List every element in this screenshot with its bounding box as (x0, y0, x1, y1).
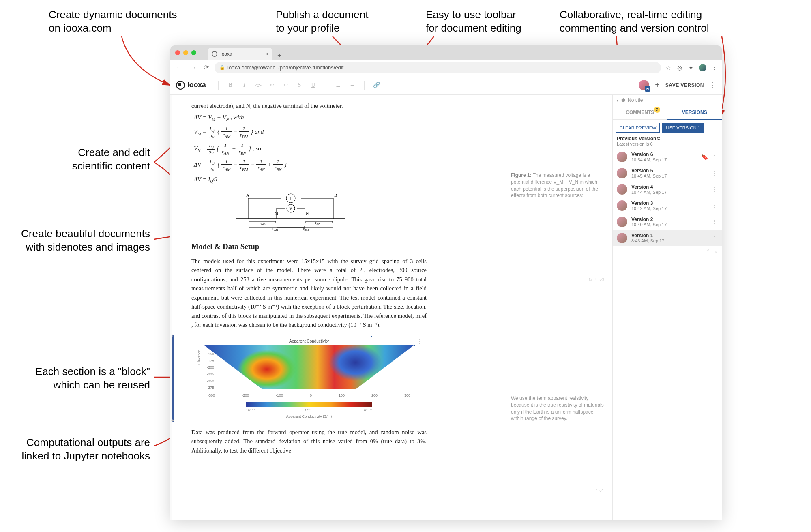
tree-icon: ⬢ (621, 97, 625, 103)
tab-versions[interactable]: VERSIONS (667, 105, 722, 119)
svg-text:N: N (306, 211, 309, 215)
nav-reload-icon[interactable]: ⟳ (202, 64, 210, 71)
annotation-block: Each section is a "block"which can be re… (12, 365, 150, 391)
version-row[interactable]: Version 210:40 AM, Sep 17⋮ (613, 214, 722, 230)
version-row[interactable]: Version 510:45 AM, Sep 17⋮ (613, 165, 722, 181)
latest-version-label: Latest version is 6 (617, 142, 718, 146)
chart-xticks: -300-200-1000100200300 (204, 393, 414, 399)
extension-icon[interactable]: ◎ (676, 64, 683, 71)
more-menu-icon[interactable]: ⋮ (710, 81, 716, 89)
close-window-icon[interactable] (175, 50, 180, 55)
doc-title-breadcrumb[interactable]: ▸ ⬢ No title (613, 95, 722, 105)
body-paragraph: The models used for this experiment were… (191, 257, 427, 330)
avatar-icon (617, 233, 627, 243)
nav-back-icon[interactable]: ← (174, 64, 184, 71)
new-tab-button[interactable]: + (275, 51, 284, 60)
version-row[interactable]: Version 310:42 AM, Sep 17⋮ (613, 197, 722, 214)
equation-vn: VN = IQ2π { 1rAN − 1rBN } , so (191, 142, 427, 156)
browser-tabstrip: iooxa × + (208, 45, 284, 60)
link-button[interactable]: 🔗 (371, 79, 382, 91)
chart-ylabel: Elevation (197, 350, 202, 365)
block-marker (172, 335, 174, 422)
subscript-button[interactable]: x2 (266, 79, 278, 91)
svg-text:rBN: rBN (315, 220, 320, 225)
computational-output-block[interactable]: + CLEAR PREVIEW ⋮ Apparent Conductivity … (172, 335, 427, 422)
chart-title: Apparent Conductivity (204, 338, 414, 345)
paragraph-actions[interactable]: ⚐ ⋮ v3 (588, 277, 604, 283)
annotation-publish: Publish a documentto your profile (276, 8, 368, 34)
svg-text:B: B (334, 193, 337, 197)
browser-address-bar: ← → ⟳ 🔒 iooxa.com/@rowanc1/phd/objective… (170, 60, 722, 75)
collapse-down-icon[interactable]: ⌄ (714, 249, 718, 254)
use-version-button[interactable]: USE VERSION 1 (662, 123, 704, 133)
svg-text:I: I (290, 196, 292, 201)
add-block-button[interactable]: + (171, 332, 174, 341)
figure-caption: Figure 1: The measured voltage is a pote… (511, 172, 604, 199)
app-toolbar: iooxa B I <> x2 x2 S U ≣ ≔ 🔗 R + SAVE VE… (170, 75, 722, 95)
bullet-list-button[interactable]: ≣ (333, 79, 344, 91)
url-text: iooxa.com/@rowanc1/phd/objective-functio… (227, 64, 343, 71)
italic-button[interactable]: I (239, 79, 250, 91)
article-body: current electrode), and N, the negative … (191, 95, 427, 461)
version-list-footer: ⌃ ⌄ (613, 246, 722, 256)
previous-versions-label: Previous Versions: (617, 136, 718, 142)
underline-button[interactable]: U (308, 79, 319, 91)
app-logo[interactable]: iooxa (176, 81, 206, 90)
avatar-icon (617, 168, 627, 178)
browser-extension-icons: ☆ ◎ ✦ ⋮ (665, 64, 718, 71)
row-menu-icon[interactable]: ⋮ (712, 202, 718, 209)
star-icon[interactable]: ☆ (665, 64, 672, 71)
row-menu-icon[interactable]: ⋮ (712, 235, 718, 241)
row-menu-icon[interactable]: ⋮ (712, 219, 718, 225)
comments-badge: 2 (654, 107, 660, 113)
bookmark-icon[interactable]: 🔖 (701, 154, 708, 160)
puzzle-icon[interactable]: ✦ (688, 64, 694, 71)
browser-tab[interactable]: iooxa × (208, 48, 272, 60)
tab-comments[interactable]: COMMENTS 2 (613, 105, 667, 119)
logo-text: iooxa (187, 81, 206, 89)
equation-dv-g: ΔV = IQG (191, 175, 427, 185)
minimize-window-icon[interactable] (183, 50, 188, 55)
avatar-icon (617, 217, 627, 227)
maximize-window-icon[interactable] (191, 50, 196, 55)
bold-button[interactable]: B (225, 79, 236, 91)
version-row[interactable]: Version 18:43 AM, Sep 17⋮ (613, 230, 722, 246)
version-row[interactable]: Version 610:54 AM, Sep 17🔖⋮ (613, 149, 722, 165)
tab-close-icon[interactable]: × (265, 51, 268, 57)
paragraph-actions[interactable]: ⚐ v1 (594, 488, 604, 493)
doc-title-placeholder: No title (628, 97, 643, 103)
strikethrough-button[interactable]: S (294, 79, 305, 91)
add-block-button[interactable]: + (171, 416, 174, 425)
browser-menu-icon[interactable]: ⋮ (711, 64, 718, 71)
profile-avatar-icon[interactable] (699, 64, 706, 71)
collapse-up-icon[interactable]: ⌃ (706, 249, 710, 254)
macos-titlebar: iooxa × + (170, 45, 722, 60)
body-paragraph: Data was produced from the forward opera… (191, 428, 427, 455)
svg-text:rBM: rBM (303, 226, 309, 231)
document-canvas[interactable]: current electrode), and N, the negative … (170, 95, 612, 520)
nav-forward-icon[interactable]: → (188, 64, 198, 71)
svg-text:rAM: rAM (260, 220, 266, 225)
url-field[interactable]: 🔒 iooxa.com/@rowanc1/phd/objective-funct… (215, 62, 661, 73)
superscript-button[interactable]: x2 (280, 79, 292, 91)
numbered-list-button[interactable]: ≔ (346, 79, 358, 91)
block-menu-icon[interactable]: ⋮ (417, 337, 423, 346)
version-row[interactable]: Version 410:44 AM, Sep 17⋮ (613, 181, 722, 197)
avatar-icon (617, 200, 627, 211)
code-button[interactable]: <> (253, 79, 264, 91)
chevron-right-icon: ▸ (617, 98, 619, 103)
row-menu-icon[interactable]: ⋮ (712, 170, 718, 176)
sidenote: We use the term apparent resistivity bec… (511, 395, 604, 422)
add-collaborator-button[interactable]: + (655, 80, 660, 90)
row-menu-icon[interactable]: ⋮ (712, 186, 718, 193)
toolbar-separator (326, 81, 326, 90)
user-avatar[interactable]: R (639, 80, 649, 90)
clear-preview-button[interactable]: CLEAR PREVIEW (616, 123, 660, 133)
right-panel: ▸ ⬢ No title COMMENTS 2 VERSIONS CLEAR P… (612, 95, 722, 520)
annotation-collab: Collaborative, real-time editingcommenti… (560, 8, 709, 34)
lock-icon: 🔒 (219, 65, 225, 70)
save-version-button[interactable]: SAVE VERSION (665, 82, 704, 88)
row-menu-icon[interactable]: ⋮ (712, 154, 718, 160)
chart-yticks: -125-150-175-200-225-250-275 (203, 345, 214, 391)
annotation-jupyter: Computational outputs arelinked to Jupyt… (8, 436, 150, 462)
